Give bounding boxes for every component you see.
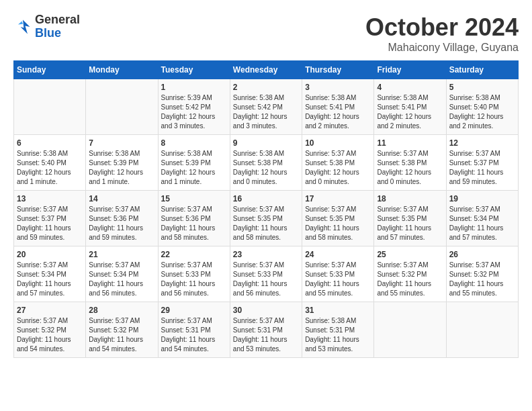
day-number: 22 <box>161 250 227 259</box>
logo: General Blue <box>13 13 80 40</box>
weekday-header: Wednesday <box>230 61 302 79</box>
calendar-cell: 4Sunrise: 5:38 AM Sunset: 5:41 PM Daylig… <box>374 79 446 135</box>
day-number: 15 <box>161 194 227 203</box>
calendar-cell: 16Sunrise: 5:37 AM Sunset: 5:35 PM Dayli… <box>230 191 302 246</box>
day-number: 7 <box>89 138 154 148</box>
day-info: Sunrise: 5:37 AM Sunset: 5:37 PM Dayligh… <box>449 149 515 187</box>
day-number: 12 <box>449 138 515 148</box>
day-info: Sunrise: 5:37 AM Sunset: 5:35 PM Dayligh… <box>377 205 443 242</box>
calendar-week-row: 20Sunrise: 5:37 AM Sunset: 5:34 PM Dayli… <box>14 246 519 302</box>
day-number: 21 <box>89 250 154 259</box>
calendar-cell: 8Sunrise: 5:38 AM Sunset: 5:39 PM Daylig… <box>158 135 230 191</box>
title-area: October 2024 Mahaicony Village, Guyana <box>365 13 519 54</box>
day-info: Sunrise: 5:37 AM Sunset: 5:33 PM Dayligh… <box>305 261 371 298</box>
calendar-cell: 7Sunrise: 5:38 AM Sunset: 5:39 PM Daylig… <box>86 135 158 191</box>
calendar-cell: 26Sunrise: 5:37 AM Sunset: 5:32 PM Dayli… <box>446 246 518 302</box>
logo-blue: Blue <box>35 27 80 40</box>
day-info: Sunrise: 5:37 AM Sunset: 5:35 PM Dayligh… <box>305 205 371 242</box>
day-number: 30 <box>233 306 299 315</box>
weekday-header: Monday <box>86 61 158 79</box>
day-info: Sunrise: 5:37 AM Sunset: 5:32 PM Dayligh… <box>449 261 515 298</box>
logo-text: General Blue <box>35 13 80 40</box>
calendar-cell: 9Sunrise: 5:38 AM Sunset: 5:38 PM Daylig… <box>230 135 302 191</box>
day-number: 9 <box>233 138 299 148</box>
calendar-cell: 1Sunrise: 5:39 AM Sunset: 5:42 PM Daylig… <box>158 79 230 135</box>
day-number: 11 <box>377 138 443 148</box>
calendar-cell: 10Sunrise: 5:37 AM Sunset: 5:38 PM Dayli… <box>302 135 374 191</box>
day-info: Sunrise: 5:38 AM Sunset: 5:39 PM Dayligh… <box>89 149 154 187</box>
day-number: 8 <box>161 138 227 148</box>
calendar-cell: 30Sunrise: 5:37 AM Sunset: 5:31 PM Dayli… <box>230 302 302 358</box>
day-info: Sunrise: 5:38 AM Sunset: 5:40 PM Dayligh… <box>449 93 515 131</box>
day-number: 17 <box>305 194 371 203</box>
day-info: Sunrise: 5:37 AM Sunset: 5:38 PM Dayligh… <box>377 149 443 187</box>
day-info: Sunrise: 5:37 AM Sunset: 5:34 PM Dayligh… <box>89 261 154 298</box>
calendar-cell: 19Sunrise: 5:37 AM Sunset: 5:34 PM Dayli… <box>446 191 518 246</box>
day-number: 1 <box>161 83 227 92</box>
weekday-header: Sunday <box>14 61 86 79</box>
day-number: 28 <box>89 306 154 315</box>
calendar-week-row: 6Sunrise: 5:38 AM Sunset: 5:40 PM Daylig… <box>14 135 519 191</box>
day-info: Sunrise: 5:38 AM Sunset: 5:42 PM Dayligh… <box>233 93 299 131</box>
calendar-week-row: 1Sunrise: 5:39 AM Sunset: 5:42 PM Daylig… <box>14 79 519 135</box>
day-info: Sunrise: 5:37 AM Sunset: 5:31 PM Dayligh… <box>161 316 227 354</box>
calendar-cell: 28Sunrise: 5:37 AM Sunset: 5:32 PM Dayli… <box>86 302 158 358</box>
calendar-table: SundayMondayTuesdayWednesdayThursdayFrid… <box>13 60 519 358</box>
calendar-cell: 23Sunrise: 5:37 AM Sunset: 5:33 PM Dayli… <box>230 246 302 302</box>
calendar-cell: 20Sunrise: 5:37 AM Sunset: 5:34 PM Dayli… <box>14 246 86 302</box>
day-info: Sunrise: 5:38 AM Sunset: 5:41 PM Dayligh… <box>377 93 443 131</box>
calendar-cell: 12Sunrise: 5:37 AM Sunset: 5:37 PM Dayli… <box>446 135 518 191</box>
calendar-cell: 14Sunrise: 5:37 AM Sunset: 5:36 PM Dayli… <box>86 191 158 246</box>
day-info: Sunrise: 5:39 AM Sunset: 5:42 PM Dayligh… <box>161 93 227 131</box>
calendar-cell: 15Sunrise: 5:37 AM Sunset: 5:36 PM Dayli… <box>158 191 230 246</box>
calendar-cell: 18Sunrise: 5:37 AM Sunset: 5:35 PM Dayli… <box>374 191 446 246</box>
weekday-header: Tuesday <box>158 61 230 79</box>
logo-general: General <box>35 13 80 27</box>
calendar-cell: 29Sunrise: 5:37 AM Sunset: 5:31 PM Dayli… <box>158 302 230 358</box>
day-number: 27 <box>17 306 83 315</box>
day-number: 23 <box>233 250 299 259</box>
month-title: October 2024 <box>365 13 519 42</box>
calendar-cell: 3Sunrise: 5:38 AM Sunset: 5:41 PM Daylig… <box>302 79 374 135</box>
day-number: 31 <box>305 306 371 315</box>
day-info: Sunrise: 5:37 AM Sunset: 5:33 PM Dayligh… <box>233 261 299 298</box>
day-number: 20 <box>17 250 83 259</box>
calendar-cell: 22Sunrise: 5:37 AM Sunset: 5:33 PM Dayli… <box>158 246 230 302</box>
day-info: Sunrise: 5:37 AM Sunset: 5:33 PM Dayligh… <box>161 261 227 298</box>
day-info: Sunrise: 5:37 AM Sunset: 5:36 PM Dayligh… <box>89 205 154 242</box>
day-number: 5 <box>449 83 515 92</box>
calendar-cell: 21Sunrise: 5:37 AM Sunset: 5:34 PM Dayli… <box>86 246 158 302</box>
day-number: 29 <box>161 306 227 315</box>
day-number: 14 <box>89 194 154 203</box>
calendar-week-row: 27Sunrise: 5:37 AM Sunset: 5:32 PM Dayli… <box>14 302 519 358</box>
calendar-week-row: 13Sunrise: 5:37 AM Sunset: 5:37 PM Dayli… <box>14 191 519 246</box>
calendar-cell: 2Sunrise: 5:38 AM Sunset: 5:42 PM Daylig… <box>230 79 302 135</box>
day-info: Sunrise: 5:37 AM Sunset: 5:38 PM Dayligh… <box>305 149 371 187</box>
day-info: Sunrise: 5:38 AM Sunset: 5:40 PM Dayligh… <box>17 149 83 187</box>
calendar-cell: 27Sunrise: 5:37 AM Sunset: 5:32 PM Dayli… <box>14 302 86 358</box>
day-number: 4 <box>377 83 443 92</box>
weekday-header: Friday <box>374 61 446 79</box>
day-number: 2 <box>233 83 299 92</box>
day-number: 10 <box>305 138 371 148</box>
svg-marker-1 <box>18 21 23 24</box>
location-title: Mahaicony Village, Guyana <box>365 42 519 54</box>
day-number: 16 <box>233 194 299 203</box>
day-info: Sunrise: 5:38 AM Sunset: 5:41 PM Dayligh… <box>305 93 371 131</box>
day-info: Sunrise: 5:37 AM Sunset: 5:32 PM Dayligh… <box>17 316 83 354</box>
calendar-cell: 11Sunrise: 5:37 AM Sunset: 5:38 PM Dayli… <box>374 135 446 191</box>
day-info: Sunrise: 5:37 AM Sunset: 5:37 PM Dayligh… <box>17 205 83 242</box>
calendar-cell: 17Sunrise: 5:37 AM Sunset: 5:35 PM Dayli… <box>302 191 374 246</box>
calendar-cell <box>374 302 446 358</box>
calendar-cell: 6Sunrise: 5:38 AM Sunset: 5:40 PM Daylig… <box>14 135 86 191</box>
day-number: 13 <box>17 194 83 203</box>
logo-icon <box>13 17 32 36</box>
day-info: Sunrise: 5:37 AM Sunset: 5:35 PM Dayligh… <box>233 205 299 242</box>
calendar-cell <box>86 79 158 135</box>
calendar-cell: 24Sunrise: 5:37 AM Sunset: 5:33 PM Dayli… <box>302 246 374 302</box>
calendar-header-row: SundayMondayTuesdayWednesdayThursdayFrid… <box>14 61 519 79</box>
day-number: 24 <box>305 250 371 259</box>
calendar-cell: 5Sunrise: 5:38 AM Sunset: 5:40 PM Daylig… <box>446 79 518 135</box>
day-info: Sunrise: 5:37 AM Sunset: 5:32 PM Dayligh… <box>377 261 443 298</box>
day-info: Sunrise: 5:37 AM Sunset: 5:34 PM Dayligh… <box>17 261 83 298</box>
